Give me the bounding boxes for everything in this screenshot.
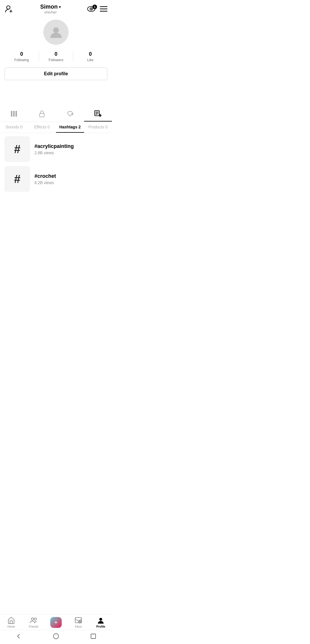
username: Simon — [40, 3, 58, 10]
svg-rect-11 — [13, 111, 15, 117]
tab-icon-liked[interactable] — [56, 107, 84, 122]
likes-label: Like — [87, 58, 94, 62]
add-user-button[interactable] — [5, 4, 14, 14]
hashtag-item-2[interactable]: # #crochet 8.2B views — [5, 166, 107, 192]
followers-label: Followers — [49, 58, 63, 62]
icon-tabs — [0, 107, 112, 122]
svg-point-9 — [53, 27, 59, 33]
chevron-down-icon[interactable]: ▾ — [59, 5, 61, 9]
tab-sounds[interactable]: Sounds 0 — [0, 122, 28, 133]
tab-hashtags[interactable]: Hashtags 2 — [56, 122, 84, 133]
hashtag-views-2: 8.2B views — [34, 180, 107, 185]
hashtag-thumbnail-1: # — [5, 136, 30, 162]
svg-rect-10 — [11, 111, 12, 117]
hashtag-name-2: #crochet — [34, 173, 107, 179]
avatar — [43, 20, 69, 45]
following-count: 0 — [5, 51, 39, 57]
tab-effects[interactable]: Effects 0 — [28, 122, 56, 133]
tab-products[interactable]: Products 0 — [84, 122, 112, 133]
hashtag-info-2: #crochet 8.2B views — [34, 173, 107, 185]
svg-point-5 — [91, 8, 92, 9]
text-tabs: Sounds 0 Effects 0 Hashtags 2 Products 0 — [0, 122, 112, 133]
followers-stat[interactable]: 0 Followers — [39, 50, 73, 63]
notification-badge: 1 — [92, 5, 97, 9]
following-stat[interactable]: 0 Following — [5, 50, 39, 63]
svg-rect-12 — [16, 111, 17, 117]
tab-icon-private[interactable] — [28, 107, 56, 122]
svg-point-0 — [7, 6, 10, 9]
likes-count: 0 — [73, 51, 107, 57]
edit-profile-button[interactable]: Edit profile — [5, 68, 107, 80]
likes-stat[interactable]: 0 Like — [73, 50, 107, 63]
header-right-icons: 1 — [87, 6, 107, 12]
menu-button[interactable] — [100, 6, 107, 12]
tab-icon-videos[interactable] — [0, 107, 28, 122]
header-center: Simon ▾ she/her — [14, 3, 87, 14]
pronoun: she/her — [14, 10, 87, 14]
eye-notification-button[interactable]: 1 — [87, 6, 96, 12]
hashtag-list: # #acrylicpainting 2.8B views # #crochet… — [0, 133, 112, 200]
hashtag-thumbnail-2: # — [5, 166, 30, 192]
hashtag-name-1: #acrylicpainting — [34, 143, 107, 149]
hashtag-info-1: #acrylicpainting 2.8B views — [34, 143, 107, 155]
hashtag-views-1: 2.8B views — [34, 151, 107, 155]
profile-area: 0 Following 0 Followers 0 Like — [0, 17, 112, 68]
stats-row: 0 Following 0 Followers 0 Like — [5, 50, 107, 63]
tab-icon-hashtags[interactable] — [84, 107, 112, 122]
bio-area — [0, 85, 112, 102]
svg-rect-13 — [40, 113, 44, 117]
following-label: Following — [14, 58, 29, 62]
followers-count: 0 — [39, 51, 73, 57]
top-header: Simon ▾ she/her 1 — [0, 0, 112, 17]
hashtag-item[interactable]: # #acrylicpainting 2.8B views — [5, 136, 107, 162]
